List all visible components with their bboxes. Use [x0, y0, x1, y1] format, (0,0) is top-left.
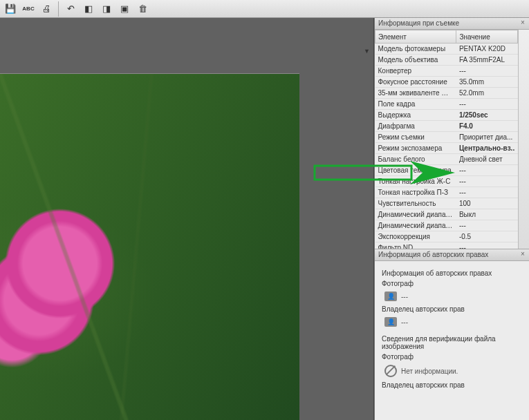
cp-section-1: Информация об авторских правах: [382, 269, 522, 277]
info-value: ---: [456, 187, 518, 198]
info-value: Центрально-вз..: [456, 143, 518, 154]
table-row[interactable]: Модель фотокамерыPENTAX K20D: [375, 44, 518, 55]
panel-title-text: Информация об авторских правах: [378, 251, 488, 258]
col-value[interactable]: Значение: [456, 30, 518, 44]
info-key: 35-мм эквиваленте фокус...: [375, 88, 456, 99]
info-value: ---: [456, 220, 518, 231]
table-row[interactable]: Фокусное расстояние35.0mm: [375, 77, 518, 88]
table-row[interactable]: Цветовая температура---: [375, 165, 518, 176]
info-key: Режим экспозамера: [375, 143, 456, 154]
info-value: F4.0: [456, 121, 518, 132]
info-key: Поле кадра: [375, 99, 456, 110]
chevron-down-icon[interactable]: ▼: [364, 48, 370, 55]
print-icon[interactable]: 🖨: [38, 1, 55, 17]
info-value: ---: [456, 99, 518, 110]
info-table: Элемент Значение Модель фотокамерыPENTAX…: [375, 30, 518, 249]
owner2-label: Владелец авторских прав: [382, 381, 522, 389]
table-row[interactable]: Баланс белогоДневной свет: [375, 154, 518, 165]
no-info-row: Нет информации.: [384, 365, 522, 377]
table-row[interactable]: 35-мм эквиваленте фокус...52.0mm: [375, 88, 518, 99]
copyright-panel: Информация об авторских правах × Информа…: [375, 249, 529, 420]
preview-pane: ▼: [0, 18, 374, 420]
table-row[interactable]: Динамический диапазон:...Выкл: [375, 209, 518, 220]
info-value: FA 35mmF2AL: [456, 55, 518, 66]
table-row[interactable]: Тонкая настройка Ж-С---: [375, 176, 518, 187]
info-key: Модель объектива: [375, 55, 456, 66]
photographer-label: Фотограф: [382, 280, 522, 287]
info-key: Фильтр ND: [375, 242, 456, 249]
save-icon[interactable]: 💾: [2, 1, 19, 17]
info-value: PENTAX K20D: [456, 44, 518, 55]
info-value: ---: [456, 176, 518, 187]
info-key: Экспокоррекция: [375, 231, 456, 242]
owner-row: 👤 ---: [384, 317, 522, 327]
table-row[interactable]: Тонкая настройка П-З---: [375, 187, 518, 198]
info-key: Режим съемки: [375, 132, 456, 143]
info-value: Приоритет диа...: [456, 132, 518, 143]
no-info-text: Нет информации.: [401, 368, 458, 375]
info-table-scroll[interactable]: Элемент Значение Модель фотокамерыPENTAX…: [375, 30, 529, 249]
info-value: -0.5: [456, 231, 518, 242]
info-key: Цветовая температура: [375, 165, 456, 176]
shooting-info-panel: Информация при съемке × Элемент Значение…: [375, 18, 529, 249]
close-icon[interactable]: ×: [519, 19, 527, 27]
info-value: ---: [456, 66, 518, 77]
preview-header: ▼: [0, 18, 373, 57]
table-row[interactable]: Экспокоррекция-0.5: [375, 231, 518, 242]
rotate-left-icon[interactable]: ◧: [80, 1, 97, 17]
info-value: Дневной свет: [456, 154, 518, 165]
info-key: Динамический диапазон:...: [375, 209, 456, 220]
table-row[interactable]: Режим экспозамераЦентрально-вз..: [375, 143, 518, 154]
rotate-right-icon[interactable]: ◨: [98, 1, 115, 17]
content-area: ▼ Информация при съемке × Элемент Значен…: [0, 18, 529, 420]
abc-icon[interactable]: ABC: [20, 1, 37, 17]
crop-icon[interactable]: ▣: [116, 1, 133, 17]
panel-title-info: Информация при съемке ×: [375, 18, 529, 30]
photographer2-label: Фотограф: [382, 353, 522, 361]
trash-icon[interactable]: 🗑: [134, 1, 151, 17]
table-row[interactable]: Фильтр ND---: [375, 242, 518, 249]
info-value: ---: [456, 242, 518, 249]
info-key: Баланс белого: [375, 154, 456, 165]
copyright-body: Информация об авторских правах Фотограф …: [375, 261, 529, 397]
table-row[interactable]: Динамический диапазон: ...---: [375, 220, 518, 231]
panel-title-copyright: Информация об авторских правах ×: [375, 249, 529, 261]
cp-section-2: Сведения для верификации файла изображен…: [382, 335, 522, 350]
info-value: 52.0mm: [456, 88, 518, 99]
flower-photo: [0, 74, 299, 420]
image-preview[interactable]: [0, 73, 299, 420]
info-key: Динамический диапазон: ...: [375, 220, 456, 231]
col-element[interactable]: Элемент: [375, 30, 456, 44]
info-key: Диафрагма: [375, 121, 456, 132]
info-key: Фокусное расстояние: [375, 77, 456, 88]
info-key: Тонкая настройка Ж-С: [375, 176, 456, 187]
info-key: Модель фотокамеры: [375, 44, 456, 55]
toolbar-separator: [58, 1, 59, 17]
owner-label: Владелец авторских прав: [382, 305, 522, 313]
main-toolbar: 💾 ABC 🖨 ↶ ◧ ◨ ▣ 🗑: [0, 0, 529, 18]
table-row[interactable]: Чувствительность100: [375, 198, 518, 209]
info-value: 100: [456, 198, 518, 209]
undo-icon[interactable]: ↶: [62, 1, 79, 17]
table-row[interactable]: Модель объективаFA 35mmF2AL: [375, 55, 518, 66]
info-value: ---: [456, 165, 518, 176]
table-row[interactable]: Конвертер---: [375, 66, 518, 77]
info-key: Чувствительность: [375, 198, 456, 209]
info-key: Выдержка: [375, 110, 456, 121]
info-value: Выкл: [456, 209, 518, 220]
scrollbar[interactable]: [518, 30, 529, 249]
info-key: Тонкая настройка П-З: [375, 187, 456, 198]
photographer-value: ---: [401, 293, 408, 300]
owner-value: ---: [401, 318, 408, 326]
photographer-row: 👤 ---: [384, 292, 522, 301]
close-icon[interactable]: ×: [519, 250, 527, 258]
table-row[interactable]: Выдержка1/250sec: [375, 110, 518, 121]
table-row[interactable]: Режим съемкиПриоритет диа...: [375, 132, 518, 143]
person-icon: 👤: [384, 317, 397, 327]
person-icon: 👤: [384, 292, 397, 301]
info-value: 1/250sec: [456, 110, 518, 121]
panel-title-text: Информация при съемке: [378, 19, 459, 27]
table-row[interactable]: ДиафрагмаF4.0: [375, 121, 518, 132]
table-row[interactable]: Поле кадра---: [375, 99, 518, 110]
info-value: 35.0mm: [456, 77, 518, 88]
